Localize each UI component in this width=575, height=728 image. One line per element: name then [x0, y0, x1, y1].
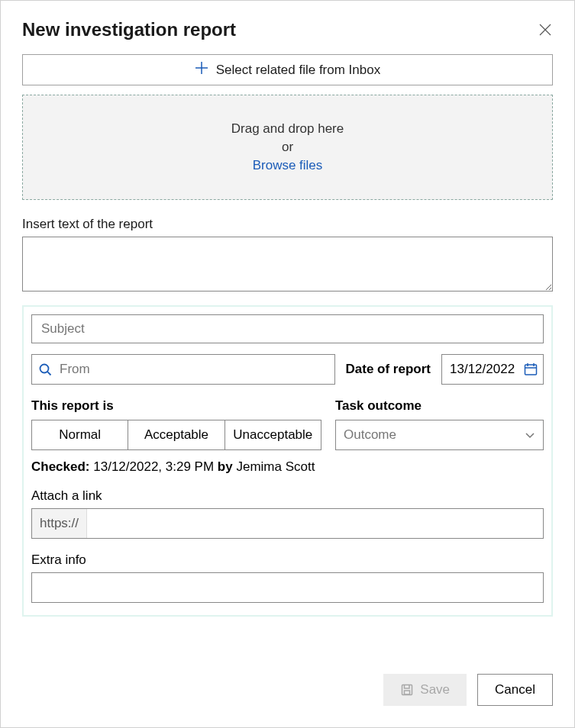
dialog-title: New investigation report [22, 19, 236, 40]
report-text-input[interactable] [22, 237, 553, 292]
dropzone-or: or [23, 140, 552, 155]
date-of-report-input[interactable] [450, 362, 523, 377]
from-field-wrap [31, 354, 335, 385]
svg-rect-3 [405, 691, 410, 694]
checked-label: Checked: [31, 459, 90, 474]
select-related-file-label: Select related file from Inbox [216, 63, 380, 78]
attach-link-label: Attach a link [31, 488, 544, 504]
close-icon [539, 24, 551, 36]
save-button[interactable]: Save [383, 674, 467, 706]
cancel-button[interactable]: Cancel [477, 674, 553, 706]
report-is-option-acceptable[interactable]: Acceptable [128, 420, 225, 449]
save-icon [400, 683, 414, 697]
save-label: Save [420, 682, 450, 697]
plus-icon [195, 61, 208, 79]
date-input-wrap [441, 354, 544, 385]
browse-files-link[interactable]: Browse files [253, 158, 323, 172]
dialog-header: New investigation report [1, 1, 574, 54]
dialog-body: Select related file from Inbox Drag and … [1, 54, 574, 656]
calendar-icon[interactable] [523, 362, 538, 377]
subject-input[interactable] [31, 314, 544, 343]
svg-rect-2 [402, 685, 412, 695]
report-is-segmented: Normal Acceptable Unacceptable [31, 420, 321, 450]
report-text-label: Insert text of the report [22, 217, 553, 232]
svg-rect-1 [525, 365, 537, 375]
checked-person: Jemima Scott [236, 459, 315, 474]
extra-info-input[interactable] [31, 572, 544, 603]
dialog-footer: Save Cancel [1, 656, 574, 727]
attach-link-input[interactable] [87, 509, 543, 538]
close-button[interactable] [538, 22, 553, 37]
select-related-file-button[interactable]: Select related file from Inbox [22, 54, 553, 85]
checked-line: Checked: 13/12/2022, 3:29 PM by Jemima S… [31, 459, 544, 475]
report-is-option-unacceptable[interactable]: Unacceptable [225, 420, 321, 449]
attach-link-field: https:// [31, 508, 544, 539]
report-is-label: This report is [31, 398, 321, 414]
date-of-report-label: Date of report [346, 362, 431, 377]
task-outcome-placeholder: Outcome [344, 427, 396, 443]
task-outcome-label: Task outcome [335, 398, 544, 414]
extra-info-label: Extra info [31, 552, 544, 568]
dropzone-text: Drag and drop here [23, 121, 552, 137]
task-outcome-select[interactable]: Outcome [335, 420, 544, 450]
checked-by-label: by [218, 459, 233, 474]
link-prefix: https:// [32, 509, 87, 538]
chevron-down-icon [525, 430, 535, 440]
checked-datetime: 13/12/2022, 3:29 PM [93, 459, 214, 474]
report-is-option-normal[interactable]: Normal [32, 420, 128, 449]
file-dropzone[interactable]: Drag and drop here or Browse files [22, 95, 553, 200]
search-icon [38, 362, 52, 376]
from-input[interactable] [60, 355, 328, 384]
svg-point-0 [40, 365, 49, 373]
metadata-panel: Date of report This report is Normal Acc… [22, 305, 553, 617]
